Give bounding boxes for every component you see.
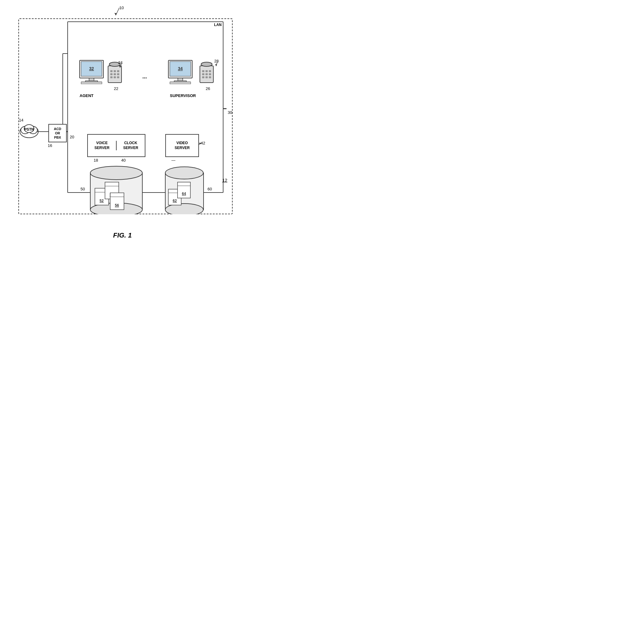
svg-rect-56 (202, 73, 204, 75)
arrow-24 (119, 63, 125, 69)
ref-12: 12 (222, 178, 227, 183)
agent-label: AGENT (80, 93, 94, 98)
video-server-label-1: VIDEO (176, 141, 188, 146)
voice-server-label-2: SERVER (94, 146, 109, 151)
svg-point-52 (201, 62, 212, 66)
supervisor-label: SUPERVISOR (170, 93, 196, 98)
ref-20: 20 (70, 135, 74, 139)
svg-point-67 (90, 166, 142, 180)
ref-16: 16 (48, 143, 52, 148)
acd-pbx-box: ACD OR PBX (48, 124, 67, 142)
svg-rect-54 (206, 70, 208, 72)
voice-server-label-1: VOICE (96, 141, 107, 146)
svg-text:56: 56 (115, 203, 119, 208)
arrow-42 (197, 141, 204, 146)
diagram-container: 10 LAN 12 30 PSTN 14 ACD OR PBX 16 20 AG… (0, 0, 245, 245)
ref-50: 50 (81, 187, 85, 191)
svg-text:62: 62 (173, 199, 177, 203)
svg-rect-41 (114, 70, 116, 72)
svg-text:34: 34 (178, 66, 183, 71)
svg-rect-37 (170, 82, 191, 84)
svg-rect-45 (117, 73, 119, 75)
ref-40: 40 (121, 158, 125, 163)
lan-label: LAN (214, 23, 222, 27)
monitor-32: 32 (78, 60, 106, 85)
svg-rect-43 (110, 73, 112, 75)
svg-rect-61 (209, 77, 211, 78)
monitor-34: 34 (167, 60, 194, 85)
database-2: 62 64 60 (162, 165, 207, 215)
ref-42-label: — (171, 158, 175, 163)
svg-rect-40 (110, 70, 112, 72)
ref-18: 18 (94, 158, 98, 163)
svg-point-79 (165, 167, 203, 179)
video-server-box: VIDEO SERVER (165, 134, 199, 157)
svg-rect-57 (206, 73, 208, 75)
pstn-label: PSTN (18, 127, 40, 132)
svg-rect-59 (202, 77, 204, 78)
svg-rect-60 (206, 77, 208, 78)
video-server-label-2: SERVER (174, 146, 189, 151)
svg-rect-46 (110, 77, 112, 78)
svg-rect-42 (117, 70, 119, 72)
svg-text:32: 32 (89, 66, 94, 71)
ref-14: 14 (19, 118, 23, 122)
svg-rect-53 (202, 70, 204, 72)
pstn-cloud: PSTN (18, 122, 40, 139)
acd-label-2: OR (55, 131, 60, 135)
database-1: 52 54 56 50 (87, 165, 145, 215)
ref-22: 22 (114, 86, 118, 91)
svg-rect-55 (209, 70, 211, 72)
arrow-28 (215, 61, 221, 67)
svg-rect-44 (114, 73, 116, 75)
svg-rect-58 (209, 73, 211, 75)
ref-26: 26 (206, 86, 210, 91)
telephone-26 (197, 61, 216, 87)
clock-server-label-2: SERVER (123, 146, 138, 151)
figure-label: FIG. 1 (113, 231, 132, 239)
acd-label-3: PBX (54, 135, 61, 140)
clock-server-label-1: CLOCK (124, 141, 137, 146)
svg-rect-48 (117, 77, 119, 78)
voice-server-section: VOICE SERVER (88, 141, 117, 150)
ref-60: 60 (208, 187, 212, 191)
acd-label-1: ACD (54, 127, 61, 131)
clock-server-section: CLOCK SERVER (117, 141, 145, 150)
svg-rect-31 (81, 82, 102, 84)
svg-text:64: 64 (182, 192, 186, 196)
ref-30: 30 (228, 110, 232, 115)
arrow-10 (113, 6, 122, 18)
ellipsis: ... (142, 73, 147, 80)
voice-clock-server-box: VOICE SERVER CLOCK SERVER (87, 134, 145, 157)
svg-rect-47 (114, 77, 116, 78)
svg-text:52: 52 (99, 199, 104, 203)
